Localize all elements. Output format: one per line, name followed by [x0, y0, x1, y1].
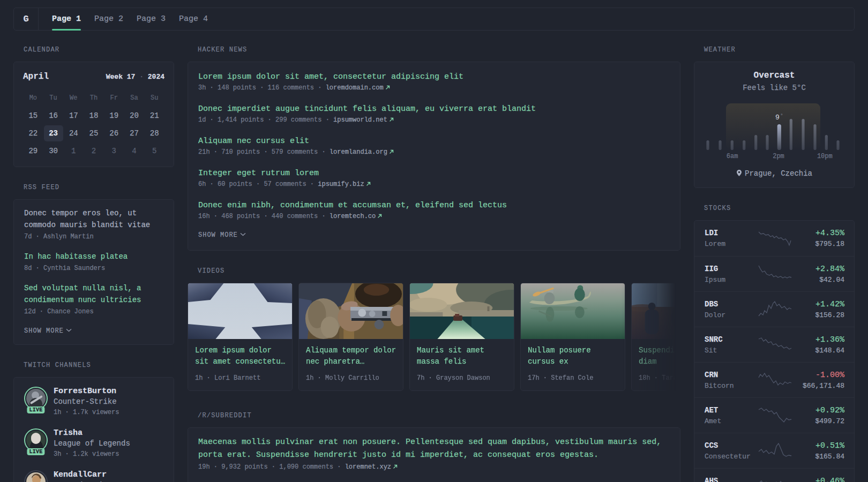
svg-text:°: ° — [780, 113, 783, 118]
svg-text:9: 9 — [775, 114, 780, 122]
